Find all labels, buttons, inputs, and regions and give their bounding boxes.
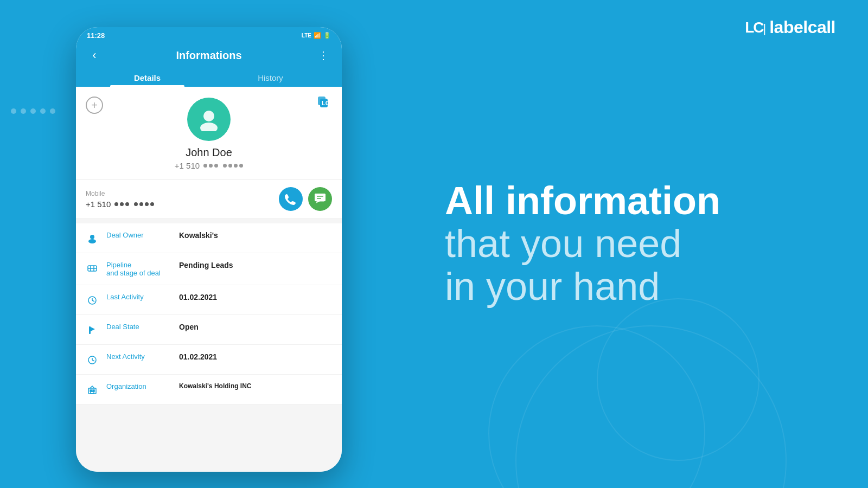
- deal-state-label: Deal State: [106, 323, 171, 331]
- phone-frame: 11:28 LTE 📶 🔋 ‹ Informations ⋮ Details H…: [76, 27, 342, 472]
- back-button[interactable]: ‹: [86, 48, 103, 62]
- pipeline-icon: [86, 262, 99, 275]
- mobile-prefix: +1 510: [86, 200, 111, 209]
- content-area: + LC John Doe +1 510: [76, 87, 342, 472]
- pipeline-label-line1: Pipeline: [106, 261, 171, 269]
- deal-owner-value: Kowalski's: [179, 231, 218, 240]
- header-title: Informations: [176, 49, 241, 62]
- contact-card: + LC John Doe +1 510: [76, 87, 342, 179]
- last-activity-label: Last Activity: [106, 293, 171, 301]
- tab-details[interactable]: Details: [86, 68, 209, 87]
- phone-dots: [203, 164, 243, 168]
- logo: LC| labelcall: [745, 17, 835, 37]
- flag-icon: [86, 324, 99, 337]
- next-activity-label: Next Activity: [106, 352, 171, 361]
- person-icon: [86, 232, 99, 245]
- svg-rect-23: [88, 388, 96, 394]
- pipeline-value: Pending Leads: [179, 261, 233, 269]
- logo-icon: LC|: [745, 19, 765, 36]
- next-activity-value: 01.02.2021: [179, 352, 217, 361]
- svg-point-4: [200, 123, 218, 131]
- status-time: 11:28: [87, 31, 105, 40]
- mobile-info: Mobile +1 510: [86, 190, 154, 209]
- dots-decoration: [11, 108, 55, 114]
- phone-prefix: +1 510: [175, 161, 200, 170]
- mobile-number: +1 510: [86, 200, 154, 209]
- hero-line2: that you need: [445, 222, 825, 265]
- info-row-organization: Organization Kowalski's Holding INC: [76, 375, 342, 404]
- contact-phone: +1 510: [175, 161, 243, 170]
- organization-label: Organization: [106, 382, 171, 390]
- add-button[interactable]: +: [86, 97, 103, 114]
- mobile-label: Mobile: [86, 190, 154, 197]
- header-row: ‹ Informations ⋮: [86, 48, 332, 62]
- info-row-pipeline: Pipeline and stage of deal Pending Leads: [76, 253, 342, 285]
- svg-point-3: [203, 111, 214, 121]
- message-button[interactable]: [308, 187, 332, 211]
- pipeline-label-line2: and stage of deal: [106, 269, 171, 277]
- tab-bar: Details History: [86, 68, 332, 87]
- tab-history[interactable]: History: [209, 68, 332, 87]
- svg-rect-19: [89, 326, 91, 334]
- hero-section: All information that you need in your ha…: [445, 179, 825, 309]
- svg-point-11: [88, 239, 96, 243]
- svg-text:LC: LC: [322, 100, 330, 106]
- logo-text: labelcall: [769, 17, 835, 37]
- info-list: Deal Owner Kowalski's Pipeline: [76, 223, 342, 404]
- contact-name: John Doe: [186, 146, 232, 159]
- svg-point-10: [90, 235, 94, 239]
- avatar: [187, 98, 231, 141]
- clock-icon-1: [86, 294, 99, 307]
- info-row-deal-state: Deal State Open: [76, 315, 342, 345]
- battery-icon: 🔋: [323, 32, 331, 39]
- svg-marker-6: [316, 201, 320, 203]
- building-icon: [86, 383, 99, 396]
- info-row-next-activity: Next Activity 01.02.2021: [76, 345, 342, 375]
- signal-icon: 📶: [314, 32, 321, 39]
- call-button[interactable]: [279, 187, 303, 211]
- hero-line1: All information: [445, 179, 825, 222]
- svg-rect-5: [315, 194, 326, 201]
- mobile-dots: [114, 202, 154, 206]
- deal-owner-label: Deal Owner: [106, 231, 171, 239]
- svg-line-22: [92, 360, 94, 361]
- status-icons: LTE 📶 🔋: [302, 32, 331, 39]
- svg-rect-26: [91, 391, 94, 394]
- app-header: ‹ Informations ⋮ Details History: [76, 43, 342, 87]
- phone-mockup: 11:28 LTE 📶 🔋 ‹ Informations ⋮ Details H…: [76, 27, 342, 472]
- status-bar: 11:28 LTE 📶 🔋: [76, 27, 342, 43]
- deal-state-value: Open: [179, 323, 199, 331]
- organization-value: Kowalski's Holding INC: [179, 382, 252, 390]
- svg-line-18: [92, 300, 94, 301]
- clock-icon-2: [86, 354, 99, 367]
- lte-icon: LTE: [302, 33, 311, 38]
- info-row-deal-owner: Deal Owner Kowalski's: [76, 223, 342, 253]
- mobile-section: Mobile +1 510: [76, 179, 342, 219]
- info-row-last-activity: Last Activity 01.02.2021: [76, 285, 342, 315]
- labelcall-button[interactable]: LC: [318, 97, 332, 112]
- action-buttons: [279, 187, 332, 211]
- menu-button[interactable]: ⋮: [315, 49, 332, 62]
- last-activity-value: 01.02.2021: [179, 293, 217, 301]
- hero-line3: in your hand: [445, 266, 825, 309]
